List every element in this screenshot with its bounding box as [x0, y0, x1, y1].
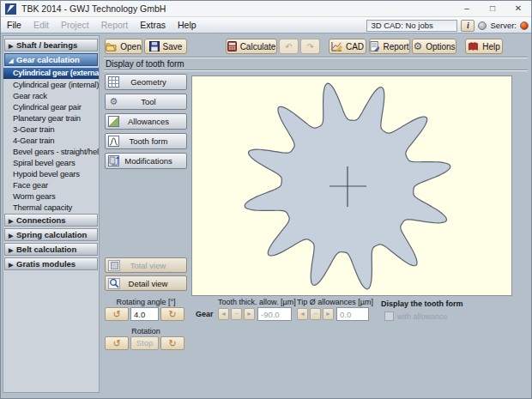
calculator-icon [227, 41, 237, 51]
cad-status-field: 3D CAD: No jobs [366, 20, 457, 32]
sidebar-section-belt-calculation[interactable]: ▶Belt calculation [4, 243, 98, 256]
tooth-thick-input[interactable] [257, 307, 292, 321]
tooth-thick-next-button[interactable]: ► [244, 308, 255, 320]
sidebar-item-thermal-capacity[interactable]: Thermal capacity [3, 202, 99, 213]
menu-help[interactable]: Help [172, 17, 203, 33]
grid-icon [108, 76, 119, 88]
cad-button[interactable]: CAD [329, 39, 366, 54]
sidebar-item-3-gear-train[interactable]: 3-Gear train [3, 124, 99, 135]
sidebar-item-cylindrical-gear-pair[interactable]: Cylindrical gear pair [3, 101, 99, 112]
save-button[interactable]: Save [144, 39, 187, 54]
total-view-button[interactable]: Total view [105, 257, 187, 273]
open-button[interactable]: Open [105, 39, 142, 54]
tooth-thick-label: Tooth thick. allow. [µm] [218, 298, 296, 306]
display-tooth-form-label: Display the tooth form [381, 299, 463, 308]
rotation-label: Rotation [105, 327, 187, 336]
cad-status-led [478, 21, 487, 30]
undo-button[interactable]: ↶ [279, 39, 299, 54]
sidebar-item-4-gear-train[interactable]: 4-Gear train [3, 135, 99, 146]
section-title: Display of tooth form [106, 59, 184, 69]
redo-button[interactable]: ↷ [300, 39, 320, 54]
options-button[interactable]: ⚙ Options [412, 39, 456, 54]
sidebar-section-gratis-modules[interactable]: ▶Gratis modules [4, 257, 98, 270]
rotate-cw-button[interactable]: ↻ [160, 307, 184, 321]
calculate-button[interactable]: Calculate [226, 39, 277, 54]
sidebar-section-shaft-bearings[interactable]: ▶Shaft / bearings [4, 39, 98, 51]
tooth-thick-reset-button[interactable]: − [231, 308, 242, 320]
sidebar-item-worm-gears[interactable]: Worm gears [3, 190, 99, 202]
tip-prev-button[interactable]: ◄ [297, 308, 308, 320]
tooth-curve-icon [108, 136, 119, 147]
tip-allowances-label: Tip Ø allowances [µm] [297, 298, 373, 306]
gear-label: Gear [196, 310, 214, 318]
sidebar-section-gear-calculation[interactable]: ◢Gear calculation [4, 53, 98, 66]
tool-tab-button[interactable]: ⚙ Tool [105, 94, 187, 110]
app-window: TBK 2014 - GWJ Technology GmbH – □ ✕ Fil… [0, 0, 532, 399]
expanded-arrow-icon: ◢ [9, 55, 16, 66]
title-bar: TBK 2014 - GWJ Technology GmbH – □ ✕ [1, 1, 531, 17]
minimize-button[interactable]: – [454, 1, 480, 17]
sidebar-item-gear-rack[interactable]: Gear rack [3, 90, 99, 101]
rotate-ccw-icon: ↺ [112, 338, 120, 348]
sidebar-item-bevel-gears[interactable]: Bevel gears - straight/helical [3, 146, 99, 157]
sidebar-item-spiral-bevel-gears[interactable]: Spiral bevel gears [3, 157, 99, 168]
app-logo-icon [5, 3, 16, 15]
server-label: Server: [490, 21, 517, 30]
menu-project[interactable]: Project [55, 17, 95, 33]
navigation-sidebar: ▶Shaft / bearings ◢Gear calculation Cyli… [3, 35, 100, 393]
menu-extras[interactable]: Extras [134, 17, 172, 33]
allowances-icon [108, 116, 119, 127]
sidebar-section-connections[interactable]: ▶Connections [4, 214, 98, 227]
report-button[interactable]: Report [369, 39, 410, 54]
tooth-form-tab-button[interactable]: Tooth form [105, 133, 187, 149]
menu-report[interactable]: Report [95, 17, 135, 33]
collapsed-arrow-icon: ▶ [9, 40, 16, 51]
with-allowance-checkbox[interactable] [384, 311, 394, 321]
window-title: TBK 2014 - GWJ Technology GmbH [21, 3, 166, 14]
rotating-angle-label: Rotating angle [°] [105, 298, 187, 306]
tooth-thick-prev-button[interactable]: ◄ [218, 308, 229, 320]
gear-drawing [192, 76, 511, 295]
modifications-icon [108, 155, 119, 166]
tip-next-button[interactable]: ► [323, 308, 334, 320]
geometry-tab-button[interactable]: Geometry [105, 74, 187, 90]
redo-icon: ↷ [306, 42, 313, 51]
report-document-icon [370, 41, 379, 51]
collapsed-arrow-icon: ▶ [9, 245, 16, 256]
collapsed-arrow-icon: ▶ [9, 259, 16, 270]
rotating-angle-input[interactable] [130, 307, 159, 321]
tip-reset-button[interactable]: − [310, 308, 321, 320]
sidebar-item-cylindrical-gear-external[interactable]: Cylindrical gear (external) [3, 68, 99, 79]
close-button[interactable]: ✕ [505, 1, 531, 17]
rotation-cw-button[interactable]: ↻ [160, 336, 184, 350]
sidebar-item-planetary-gear-train[interactable]: Planetary gear train [3, 112, 99, 124]
collapsed-arrow-icon: ▶ [9, 230, 16, 241]
sidebar-section-spring-calculation[interactable]: ▶Spring calculation [4, 228, 98, 241]
tooth-form-canvas[interactable] [191, 76, 512, 296]
server-status-led [520, 21, 529, 30]
modifications-tab-button[interactable]: Modifications [105, 153, 187, 169]
rotation-ccw-button[interactable]: ↺ [105, 336, 129, 350]
main-panel: Open Save Calculate ↶ ↷ CAD Report ⚙ Opt… [101, 35, 531, 393]
sidebar-item-hypoid-bevel-gears[interactable]: Hypoid bevel gears [3, 168, 99, 179]
maximize-button[interactable]: □ [480, 1, 505, 17]
magnifier-icon [108, 278, 120, 289]
sidebar-item-face-gear[interactable]: Face gear [3, 179, 99, 190]
open-folder-icon [106, 42, 117, 51]
sidebar-item-cylindrical-gear-internal[interactable]: Cylindrical gear (internal) [3, 79, 99, 90]
menu-file[interactable]: File [1, 17, 27, 33]
divider [104, 70, 528, 71]
with-allowance-label: with allowance [397, 312, 448, 321]
info-button[interactable]: i [461, 20, 475, 32]
detail-view-button[interactable]: Detail view [105, 275, 187, 291]
rotate-ccw-button[interactable]: ↺ [105, 307, 129, 321]
help-button[interactable]: Help [465, 39, 503, 54]
rotation-stop-button[interactable]: Stop [130, 336, 159, 350]
tip-allowances-input[interactable] [336, 307, 369, 321]
save-floppy-icon [149, 41, 160, 51]
allowances-tab-button[interactable]: Allowances [105, 113, 187, 130]
gear-icon: ⚙ [413, 41, 422, 51]
menu-edit[interactable]: Edit [27, 17, 55, 33]
divider [104, 57, 528, 58]
cad-chart-icon [331, 41, 342, 51]
